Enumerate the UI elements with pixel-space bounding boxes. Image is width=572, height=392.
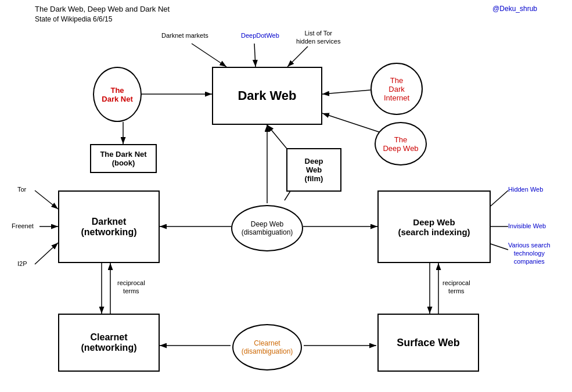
svg-line-4 bbox=[287, 46, 308, 67]
surface-web-node: Surface Web bbox=[377, 314, 479, 372]
reciprocal-terms-left-label: reciprocalterms bbox=[117, 279, 145, 295]
tor-label: Tor bbox=[17, 186, 26, 193]
deepdotweb-label: DeepDotWeb bbox=[241, 32, 279, 39]
list-of-tor-label: List of Torhidden services bbox=[296, 29, 340, 45]
freenet-label: Freenet bbox=[12, 222, 34, 229]
i2p-label: I2P bbox=[17, 260, 27, 267]
the-deep-web-circle: TheDeep Web bbox=[375, 122, 427, 166]
header-subtitle: State of Wikipedia 6/6/15 bbox=[35, 15, 112, 23]
svg-line-16 bbox=[35, 243, 58, 264]
invisible-web-label: Invisible Web bbox=[508, 222, 546, 229]
various-search-label: Various searchtechnologycompanies bbox=[508, 241, 551, 265]
clearnet-disambig-circle: Clearnet(disambiguation) bbox=[232, 324, 302, 371]
deep-web-disambig-circle: Deep Web(disambiguation) bbox=[231, 205, 303, 251]
dark-net-circle: TheDark Net bbox=[93, 67, 142, 122]
diagram: The Dark Web, Deep Web and Dark Net Stat… bbox=[0, 0, 572, 392]
svg-line-3 bbox=[254, 44, 256, 67]
reciprocal-terms-right-label: reciprocalterms bbox=[443, 279, 470, 295]
darknet-networking-node: Darknet(networking) bbox=[58, 190, 160, 263]
svg-line-6 bbox=[322, 90, 370, 94]
header-handle: @Deku_shrub bbox=[492, 5, 537, 13]
svg-line-7 bbox=[322, 113, 380, 132]
header-title: The Dark Web, Deep Web and Dark Net bbox=[35, 5, 170, 13]
svg-line-14 bbox=[35, 190, 58, 209]
dark-net-book-node: The Dark Net (book) bbox=[90, 144, 157, 173]
hidden-web-label: Hidden Web bbox=[508, 186, 543, 193]
clearnet-networking-node: Clearnet(networking) bbox=[58, 314, 160, 372]
deep-web-search-node: Deep Web(search indexing) bbox=[377, 190, 491, 263]
svg-line-2 bbox=[192, 44, 226, 67]
dark-internet-circle: TheDarkInternet bbox=[370, 63, 423, 115]
dark-web-node: Dark Web bbox=[212, 67, 322, 125]
deep-web-film-node: DeepWeb(film) bbox=[286, 148, 341, 192]
darknet-markets-label: Darknet markets bbox=[161, 32, 208, 39]
